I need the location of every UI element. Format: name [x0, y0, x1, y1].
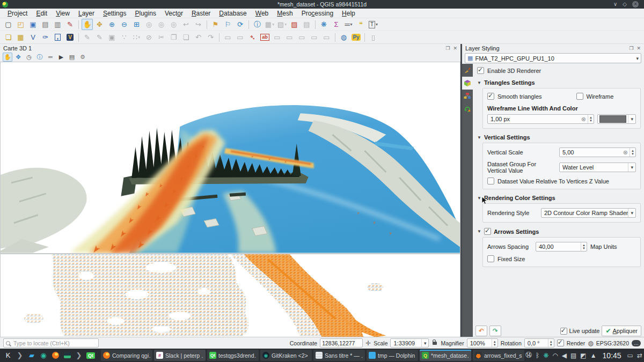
fixed-size-checkbox[interactable]	[487, 255, 494, 262]
task-gitkraken[interactable]: ◉GitKraken <2>	[260, 350, 312, 361]
pan-to-selection-button[interactable]: ✥	[94, 19, 105, 30]
2d-map-canvas[interactable]	[0, 254, 460, 338]
new-virtual-layer-button[interactable]: V	[64, 32, 76, 43]
pan-map-button[interactable]: ✋	[82, 19, 93, 30]
close-icon[interactable]: ✕	[632, 1, 639, 8]
render-checkbox[interactable]	[557, 339, 564, 346]
tab-history[interactable]	[462, 102, 473, 115]
project-open-button[interactable]: ◰	[15, 19, 26, 30]
menu-web[interactable]: Web	[251, 10, 273, 17]
tab-symbology[interactable]	[462, 64, 473, 77]
zoom-in-button[interactable]: ⊕	[106, 19, 118, 30]
deselect-all-button[interactable]: ▨	[289, 19, 300, 30]
smooth-triangles-checkbox[interactable]	[487, 93, 494, 100]
kde-menu[interactable]: K	[2, 350, 14, 361]
apply-button[interactable]: ✔ Appliquer	[602, 326, 641, 336]
messages-icon[interactable]: …	[632, 340, 641, 346]
style-manager-button[interactable]: ✎	[64, 19, 76, 30]
tab-diagram[interactable]	[462, 90, 473, 102]
extents-icon[interactable]: ✛	[365, 339, 371, 347]
save-as-image-button[interactable]: ▤	[67, 53, 77, 62]
spin-buttons[interactable]: ▲▼	[548, 339, 554, 347]
float-panel-icon[interactable]: ❐	[445, 46, 450, 51]
camera-control-button[interactable]: ✋	[3, 53, 12, 62]
menu-processing[interactable]: Processing	[297, 10, 338, 17]
identify-features-button[interactable]: ⓘ	[252, 19, 263, 30]
panel-chevron-2[interactable]: ❯	[73, 350, 85, 361]
zoom-out-button[interactable]: ⊖	[119, 19, 130, 30]
gitkraken-launcher[interactable]: ◉	[38, 350, 49, 361]
close-panel-icon[interactable]: ✕	[636, 46, 641, 51]
menu-view[interactable]: View	[52, 10, 74, 17]
undo-style-button[interactable]: ↶	[475, 326, 487, 336]
menu-edit[interactable]: Edit	[32, 10, 52, 17]
metasearch-button[interactable]: ◍	[338, 32, 349, 43]
vertical-scale-spinbox[interactable]: 5,00 ⊗ ▲▼	[559, 147, 636, 157]
magnifier-spinbox[interactable]: 100% ▲▼	[467, 338, 498, 348]
task-slack[interactable]: #Slack | peterp …	[154, 350, 206, 361]
add-mesh-layer-button[interactable]: ▦	[15, 32, 26, 43]
wireframe-width-spinbox[interactable]: 1,00 px ⊗ ▲▼	[487, 114, 594, 124]
play-animation-button[interactable]: ▶	[56, 53, 66, 62]
tray-wifi[interactable]: ◠	[552, 352, 558, 359]
layer-select-combo[interactable]: ▦ FMA_T2_HPC_GPU_PU1_10 ▾	[465, 53, 641, 63]
firefox-launcher[interactable]	[49, 350, 61, 361]
arrows-spacing-spinbox[interactable]: 40,00 ▲▼	[536, 242, 587, 252]
add-vector-tile-layer-button[interactable]: V	[27, 32, 39, 43]
python-console-button[interactable]: Py	[350, 32, 362, 43]
clear-icon[interactable]: ⊗	[621, 149, 630, 156]
new-shapefile-layer-button[interactable]: ✑	[40, 32, 51, 43]
show-bookmarks-button[interactable]: ⚐	[222, 19, 233, 30]
zoom-full-button[interactable]: ⊞	[131, 19, 142, 30]
tray-clipboard[interactable]: ▤	[570, 352, 576, 359]
task-image-viewer[interactable]: arrows_fixed_s…	[473, 350, 524, 361]
scale-combo[interactable]: 1:33909 ▾	[390, 338, 429, 348]
tray-volume[interactable]: ◀	[562, 352, 567, 359]
project-new-button[interactable]: ▢	[3, 19, 14, 30]
processing-toolbox-button[interactable]: ❋	[318, 19, 330, 30]
wireframe-checkbox[interactable]	[576, 93, 583, 100]
menu-mesh[interactable]: Mesh	[273, 10, 297, 17]
show-hidden-labels-button[interactable]: ab	[259, 32, 270, 43]
zoom-full-3d-button[interactable]: ✥	[13, 53, 23, 62]
wireframe-color-button[interactable]: ▾	[597, 114, 636, 124]
system-monitor-launcher[interactable]	[61, 350, 73, 361]
triangles-settings-header[interactable]: ▼ Triangles Settings	[477, 79, 641, 86]
tray-expand[interactable]: ▲	[590, 352, 597, 359]
tray-updates[interactable]: ⑭	[525, 351, 532, 360]
file-manager-launcher[interactable]: ▰	[26, 350, 38, 361]
layout-manager-button[interactable]: ▥	[52, 19, 63, 30]
add-delimited-text-button[interactable]: ,	[52, 32, 63, 43]
redo-style-button[interactable]: ↷	[489, 326, 501, 336]
spin-buttons[interactable]: ▲▼	[588, 115, 594, 123]
locate-input[interactable]	[12, 339, 96, 347]
identify-3d-button[interactable]: ⓘ	[35, 53, 45, 62]
live-update-checkbox[interactable]	[560, 328, 567, 335]
project-save-button[interactable]: ▣	[27, 19, 39, 30]
task-dolphin[interactable]: tmp — Dolphin	[367, 350, 418, 361]
menu-settings[interactable]: Settings	[99, 10, 130, 17]
rendering-style-combo[interactable]: 2D Contour Color Ramp Shader ▾	[541, 208, 636, 218]
animation-button[interactable]: ◷	[24, 53, 34, 62]
menu-project[interactable]: Project	[3, 10, 32, 17]
menu-layer[interactable]: Layer	[74, 10, 99, 17]
swap-icon[interactable]: ⇄	[637, 352, 642, 359]
tray-color-picker[interactable]: ❋	[543, 352, 548, 359]
configure-3d-button[interactable]: ⚙	[78, 53, 87, 62]
menu-plugins[interactable]: Plugins	[130, 10, 160, 17]
task-qtapp[interactable]: Qttestqgs3drend…	[207, 350, 259, 361]
tray-vault[interactable]: ◩	[580, 352, 586, 359]
panel-chevron-1[interactable]: ❯	[14, 350, 26, 361]
text-annotation-button[interactable]: T▾	[368, 19, 379, 30]
coordinate-input[interactable]	[320, 338, 363, 348]
qt-launcher[interactable]: Qt	[85, 350, 97, 361]
chevron-down-icon[interactable]: ▾	[628, 115, 635, 123]
lock-icon[interactable]	[433, 342, 437, 345]
refresh-map-button[interactable]: ⟳	[235, 19, 246, 30]
task-qgis[interactable]: Q*mesh_datase…	[420, 350, 471, 361]
new-bookmark-button[interactable]: ⚑	[210, 19, 221, 30]
spin-buttons[interactable]: ▲▼	[581, 242, 587, 251]
arrows-settings-checkbox[interactable]	[484, 228, 491, 235]
highlight-pinned-labels-button[interactable]: ➴	[247, 32, 258, 43]
float-panel-icon[interactable]: ❐	[629, 46, 633, 51]
